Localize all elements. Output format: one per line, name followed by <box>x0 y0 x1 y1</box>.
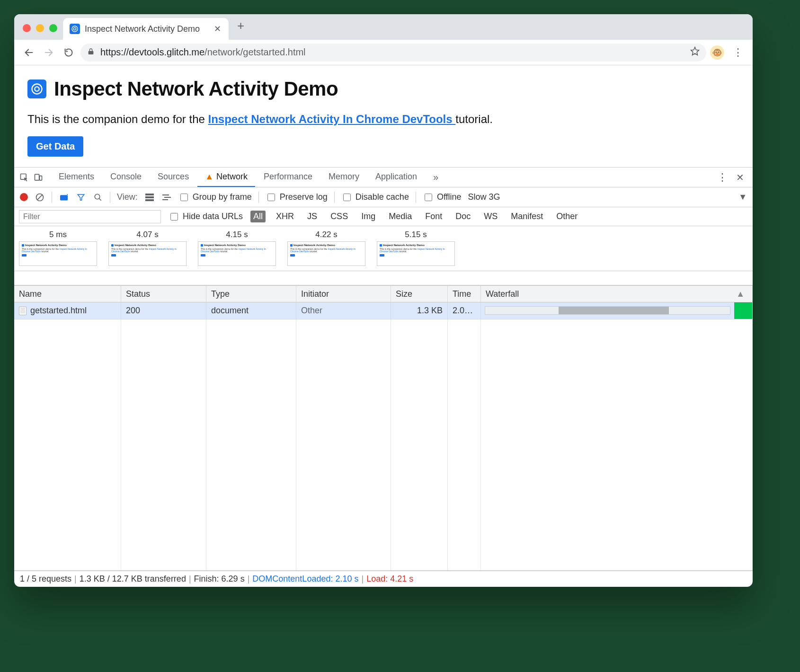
devtools-logo-icon <box>27 80 46 98</box>
inspect-element-icon[interactable] <box>19 172 29 183</box>
tab-memory[interactable]: Memory <box>321 168 367 187</box>
tab-sources[interactable]: Sources <box>150 168 196 187</box>
devtools-menu-icon[interactable]: ⋮ <box>717 171 728 184</box>
cell-waterfall <box>481 302 753 319</box>
device-toolbar-icon[interactable] <box>33 172 44 183</box>
tab-favicon <box>70 24 80 34</box>
window-maximize-button[interactable] <box>49 24 57 32</box>
page-title: Inspect Network Activity Demo <box>54 78 338 100</box>
omnibox[interactable]: https://devtools.glitch.me/network/getst… <box>80 44 706 62</box>
requests-table: Name Status Type Initiator Size Time Wat… <box>14 285 753 571</box>
table-row[interactable]: getstarted.html 200 document Other 1.3 K… <box>14 302 753 319</box>
tab-performance[interactable]: Performance <box>256 168 320 187</box>
throttle-select[interactable]: Slow 3G <box>468 192 500 202</box>
filmstrip-frame[interactable]: 4.22 s Inspect Network Activity DemoThis… <box>287 230 365 266</box>
preserve-log-checkbox[interactable]: Preserve log <box>266 192 328 203</box>
col-size[interactable]: Size <box>391 286 448 302</box>
back-button[interactable] <box>21 44 37 61</box>
col-waterfall-label: Waterfall <box>486 289 519 299</box>
hide-data-urls-checkbox[interactable]: Hide data URLs <box>169 212 243 222</box>
window-close-button[interactable] <box>23 24 31 32</box>
type-filter-doc[interactable]: Doc <box>453 211 473 222</box>
offline-checkbox[interactable]: Offline <box>423 192 462 203</box>
type-filter-manifest[interactable]: Manifest <box>508 211 546 222</box>
status-requests: 1 / 5 requests <box>20 574 71 584</box>
type-filter-media[interactable]: Media <box>386 211 415 222</box>
type-filter-xhr[interactable]: XHR <box>273 211 297 222</box>
bookmark-star-icon[interactable] <box>690 46 700 58</box>
svg-rect-17 <box>145 196 154 198</box>
cell-name: getstarted.html <box>14 302 121 319</box>
filter-toggle-icon[interactable] <box>76 193 86 202</box>
record-button[interactable] <box>20 193 28 201</box>
filter-input[interactable] <box>19 210 161 223</box>
browser-menu-icon[interactable]: ⋮ <box>728 46 746 59</box>
offline-label: Offline <box>437 192 462 202</box>
overview-toggle-icon[interactable] <box>161 194 172 201</box>
new-tab-button[interactable]: + <box>229 14 253 40</box>
tab-elements[interactable]: Elements <box>51 168 102 187</box>
svg-rect-8 <box>35 174 39 180</box>
filmstrip-frame[interactable]: 5 ms Inspect Network Activity DemoThis i… <box>19 230 97 266</box>
col-name[interactable]: Name <box>14 286 121 302</box>
devtools-panel: Elements Console Sources ▲ Network Perfo… <box>14 167 753 587</box>
svg-rect-9 <box>40 176 42 180</box>
type-filter-css[interactable]: CSS <box>328 211 351 222</box>
tab-application[interactable]: Application <box>368 168 425 187</box>
group-by-frame-checkbox[interactable]: Group by frame <box>178 192 252 203</box>
url-host: https://devtools.glitch.me <box>100 47 204 57</box>
filmstrip-frame[interactable]: 4.07 s Inspect Network Activity DemoThis… <box>108 230 187 266</box>
type-filter-other[interactable]: Other <box>553 211 580 222</box>
tab-close-icon[interactable]: ✕ <box>214 24 221 34</box>
col-waterfall[interactable]: Waterfall▲ <box>481 286 753 302</box>
more-tabs-icon[interactable]: » <box>428 172 443 183</box>
svg-point-0 <box>72 26 78 32</box>
type-filter-font[interactable]: Font <box>422 211 445 222</box>
disable-cache-label: Disable cache <box>356 192 409 202</box>
address-bar: https://devtools.glitch.me/network/getst… <box>14 40 753 65</box>
clear-button[interactable] <box>35 193 45 202</box>
forward-button[interactable] <box>41 44 57 61</box>
status-load: Load: 4.21 s <box>366 574 413 584</box>
col-time[interactable]: Time <box>448 286 481 302</box>
status-finish: Finish: 6.29 s <box>194 574 245 584</box>
reload-button[interactable] <box>61 44 77 61</box>
separator: | <box>248 574 250 584</box>
type-filter-all[interactable]: All <box>250 211 266 222</box>
col-initiator[interactable]: Initiator <box>296 286 391 302</box>
type-filter-js[interactable]: JS <box>304 211 320 222</box>
svg-marker-4 <box>691 47 699 55</box>
tutorial-link[interactable]: Inspect Network Activity In Chrome DevTo… <box>208 113 456 125</box>
filmstrip: 5 ms Inspect Network Activity DemoThis i… <box>14 226 753 271</box>
col-type[interactable]: Type <box>206 286 296 302</box>
filmstrip-frame[interactable]: 5.15 s Inspect Network Activity DemoThis… <box>377 230 455 266</box>
type-filter-ws[interactable]: WS <box>481 211 500 222</box>
large-rows-icon[interactable] <box>144 194 155 201</box>
type-filter-img[interactable]: Img <box>358 211 378 222</box>
profile-avatar[interactable]: 🐵 <box>710 45 724 60</box>
throttle-caret-icon[interactable]: ▼ <box>738 192 747 202</box>
devtools-close-icon[interactable]: ✕ <box>736 172 744 183</box>
tab-title: Inspect Network Activity Demo <box>85 24 200 34</box>
window-minimize-button[interactable] <box>36 24 44 32</box>
screenshots-toggle-icon[interactable] <box>59 194 69 201</box>
svg-line-15 <box>99 198 101 201</box>
intro-text-after: tutorial. <box>455 113 493 125</box>
get-data-button[interactable]: Get Data <box>27 136 83 157</box>
tab-console[interactable]: Console <box>103 168 149 187</box>
timeline-overview[interactable] <box>14 271 753 285</box>
separator <box>258 192 259 203</box>
cell-size: 1.3 KB <box>391 302 448 319</box>
hide-data-urls-label: Hide data URLs <box>183 212 243 221</box>
browser-tab[interactable]: Inspect Network Activity Demo ✕ <box>63 18 229 40</box>
col-status[interactable]: Status <box>121 286 206 302</box>
svg-point-14 <box>95 194 100 199</box>
filmstrip-frame[interactable]: 4.15 s Inspect Network Activity DemoThis… <box>198 230 276 266</box>
svg-rect-16 <box>145 194 154 195</box>
disable-cache-checkbox[interactable]: Disable cache <box>341 192 409 203</box>
separator <box>416 192 416 203</box>
cell-time: 2.0… <box>448 302 481 319</box>
search-icon[interactable] <box>93 193 103 202</box>
table-header: Name Status Type Initiator Size Time Wat… <box>14 285 753 302</box>
tab-network[interactable]: ▲ Network <box>197 168 255 187</box>
